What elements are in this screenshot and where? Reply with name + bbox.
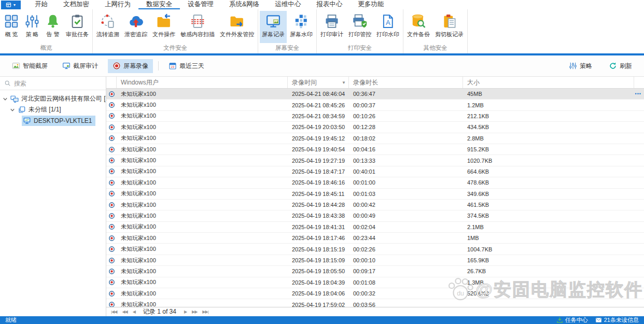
recording-row[interactable]: 未知玩家x100 2025-04-21 08:45:26 00:00:37 1.…	[106, 100, 644, 110]
pagination-prev-button[interactable]	[131, 309, 137, 314]
cell-record-duration: 00:00:32	[349, 290, 463, 297]
ribbon-file-operations[interactable]: 文件操作	[150, 11, 177, 43]
recdot-icon	[108, 223, 115, 230]
ribbon-print-watermark[interactable]: 打印水印	[374, 11, 401, 43]
toolbar-last-three-days[interactable]: 最近三天	[164, 59, 209, 73]
app-menu-caret-icon: ▼	[13, 3, 17, 7]
cell-windows-user: 未知玩家x100	[117, 234, 288, 242]
tab-device-management[interactable]: 设备管理	[180, 0, 221, 9]
ribbon-leak-tracking[interactable]: 泄密追踪	[122, 11, 149, 43]
cell-record-time: 2025-04-19 18:17:46	[288, 235, 349, 241]
toolbar-screen-video[interactable]: 屏幕录像	[108, 59, 153, 73]
recording-row[interactable]: 未知玩家x100 2025-04-19 18:04:06 00:00:32 52…	[106, 288, 644, 299]
ribbon-overview[interactable]: 概 览	[2, 11, 21, 43]
cell-record-duration: 00:00:10	[349, 257, 463, 263]
recdot-icon	[108, 102, 115, 108]
task-center-button[interactable]: 任务中心	[556, 316, 588, 324]
tab-data-security[interactable]: 数据安全	[138, 0, 180, 9]
chevron-icon[interactable]	[9, 107, 16, 113]
recording-row[interactable]: 未知玩家x100 2025-04-19 18:15:19 00:02:26 10…	[106, 244, 644, 255]
toolbar-smart-screenshot[interactable]: 智能截屏	[7, 59, 52, 73]
search-input[interactable]	[14, 80, 102, 87]
pagination-last-button[interactable]	[201, 309, 209, 314]
ribbon-group: 文件备份 剪切板记录 其他安全	[403, 9, 468, 53]
folderback-icon	[156, 13, 172, 29]
recording-row[interactable]: 未知玩家x100 2025-04-21 08:34:59 00:10:26 21…	[106, 111, 644, 122]
cell-record-duration: 00:40:01	[349, 168, 463, 175]
ribbon-file-backup[interactable]: 文件备份	[405, 11, 432, 43]
recording-row[interactable]: 未知玩家x100 2025-04-19 19:27:19 00:13:33 10…	[106, 155, 644, 166]
tree-desktop-vlktle1[interactable]: DESKTOP-VLKTLE1	[0, 115, 106, 126]
header-windows-user[interactable]: Windows用户	[117, 77, 288, 88]
cell-size: 45MB	[463, 91, 634, 97]
clipdoc-icon	[442, 13, 457, 29]
ribbon-clipboard-record[interactable]: 剪切板记录	[433, 11, 466, 43]
tab-ops-center[interactable]: 运维中心	[267, 0, 309, 9]
tab-internet-behavior[interactable]: 上网行为	[97, 0, 138, 9]
view-toolbar: 智能截屏截屏审计屏幕录像 最近三天 策略刷新	[0, 55, 644, 77]
app-menu-button[interactable]: ▼	[1, 1, 21, 9]
cell-record-time: 2025-04-19 20:03:50	[288, 124, 349, 130]
header-record-time[interactable]: 录像时间 ▼	[288, 77, 349, 88]
recording-row[interactable]: 未知玩家x100 2025-04-19 18:15:09 00:00:10 16…	[106, 255, 644, 266]
tab-report-center[interactable]: 报表中心	[309, 0, 350, 9]
toolbar-policy[interactable]: 策略	[564, 59, 597, 73]
recording-row[interactable]: 未知玩家x100 2025-04-19 18:41:31 00:02:04 2.…	[106, 222, 644, 233]
refresh-icon	[609, 62, 617, 70]
recording-row[interactable]: 未知玩家x100 2025-04-19 18:47:17 00:40:01 66…	[106, 166, 644, 177]
ribbon-approval-tasks[interactable]: 审批任务	[64, 11, 91, 43]
row-actions-button[interactable]: •••	[634, 91, 644, 96]
ribbon-print-audit[interactable]: 打印审计	[318, 11, 345, 43]
pagination-fast-prev-button[interactable]	[120, 309, 129, 314]
tab-document-encryption[interactable]: 文档加密	[55, 0, 97, 9]
ribbon-group-caption: 打印安全	[318, 43, 402, 54]
tree-item-label: 河北安固云网络科技有限公司 [1/1]	[21, 94, 116, 103]
device-tree: 河北安固云网络科技有限公司 [1/1] 未分组 [1/1] DE	[0, 90, 106, 126]
chevron-icon[interactable]	[2, 96, 8, 102]
recording-row[interactable]: 未知玩家x100 2025-04-19 19:40:54 00:04:16 91…	[106, 144, 644, 155]
ribbon-flow-trace[interactable]: 流转追溯	[94, 11, 121, 43]
toolbar-screenshot-audit[interactable]: 截屏审计	[58, 59, 103, 73]
tree-ungrouped[interactable]: 未分组 [1/1]	[0, 104, 106, 115]
recording-row[interactable]: 未知玩家x100 2025-04-19 18:05:50 00:09:17 26…	[106, 266, 644, 277]
sliders-icon	[569, 62, 577, 70]
recording-row[interactable]: 未知玩家x100 2025-04-19 18:46:16 00:01:00 47…	[106, 177, 644, 188]
ribbon-alert[interactable]: 告 警	[43, 11, 63, 43]
recording-row[interactable]: 未知玩家x100 2025-04-19 18:43:38 00:00:49 37…	[106, 210, 644, 221]
ribbon-screen-record[interactable]: 屏幕记录	[260, 11, 287, 43]
tree-company[interactable]: 河北安固云网络科技有限公司 [1/1]	[0, 93, 106, 104]
pagination-first-button[interactable]	[109, 309, 118, 314]
mail-icon	[595, 317, 602, 323]
recording-row[interactable]: 未知玩家x100 2025-04-19 19:45:12 00:18:02 2.…	[106, 133, 644, 144]
unread-messages-button[interactable]: 21条未读信息	[595, 316, 639, 324]
toolbar-refresh[interactable]: 刷新	[604, 59, 637, 73]
recording-row[interactable]: 未知玩家x100 2025-04-19 18:45:11 00:01:03 34…	[106, 189, 644, 200]
ribbon-policy[interactable]: 策 略	[22, 11, 42, 43]
tab-more-functions[interactable]: 更多功能	[350, 0, 391, 9]
tab-start[interactable]: 开始	[27, 0, 55, 9]
recdot-icon	[108, 268, 115, 275]
header-record-duration[interactable]: 录像时长	[349, 77, 463, 88]
pagination-next-button[interactable]	[183, 309, 188, 314]
header-size[interactable]: 大小	[463, 77, 634, 88]
ribbon-print-control[interactable]: 打印管控	[346, 11, 373, 43]
ribbon-sensitive-content-scan[interactable]: 敏感内容扫描	[178, 11, 217, 43]
recdot-icon	[108, 290, 115, 297]
recording-row[interactable]: 未知玩家x100 2025-04-19 18:17:46 00:23:44 1M…	[106, 233, 644, 244]
pagination-fast-next-button[interactable]	[190, 309, 199, 314]
sort-dropdown-icon[interactable]: ▼	[342, 80, 346, 85]
recording-row[interactable]: 未知玩家x100 2025-04-19 17:59:02 00:03:56	[106, 299, 644, 307]
recording-row[interactable]: 未知玩家x100 2025-04-19 20:03:50 00:12:28 43…	[106, 122, 644, 133]
recording-row[interactable]: 未知玩家x100 2025-04-19 18:44:28 00:00:42 46…	[106, 200, 644, 210]
ribbon-screen-watermark[interactable]: 屏幕水印	[288, 11, 315, 43]
cell-size: 915.2KB	[463, 146, 634, 152]
ribbon-file-outgoing-control[interactable]: 文件外发管控	[218, 11, 256, 43]
cell-record-duration: 00:09:17	[349, 268, 463, 274]
cell-windows-user: 未知玩家x100	[117, 267, 288, 275]
recording-row[interactable]: 未知玩家x100 2025-04-21 08:46:04 00:36:47 45…	[106, 89, 644, 100]
cell-size: 2.1MB	[463, 224, 634, 230]
ribbon-group: 屏幕记录 屏幕水印 屏幕安全	[258, 9, 317, 53]
tab-system-network[interactable]: 系统&网络	[221, 0, 267, 9]
cell-record-duration: 00:13:33	[349, 158, 463, 164]
recording-row[interactable]: 未知玩家x100 2025-04-19 18:04:39 00:01:08 1.…	[106, 277, 644, 288]
